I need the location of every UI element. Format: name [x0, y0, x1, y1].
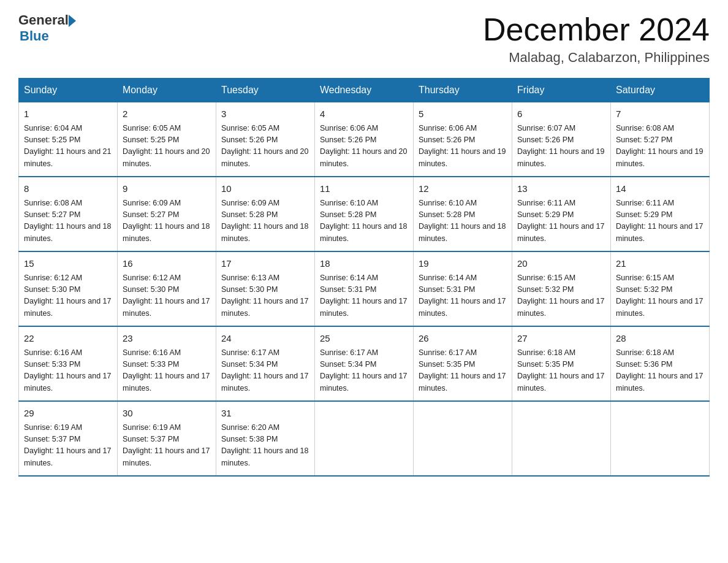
- calendar-cell: [315, 401, 414, 476]
- calendar-cell: 8Sunrise: 6:08 AMSunset: 5:27 PMDaylight…: [19, 177, 118, 251]
- day-info: Sunrise: 6:14 AMSunset: 5:31 PMDaylight:…: [419, 272, 507, 320]
- calendar-cell: 27Sunrise: 6:18 AMSunset: 5:35 PMDayligh…: [512, 326, 611, 401]
- day-number: 10: [221, 182, 309, 196]
- day-number: 5: [419, 107, 507, 121]
- day-info: Sunrise: 6:05 AMSunset: 5:26 PMDaylight:…: [221, 123, 309, 170]
- location-subtitle: Malabag, Calabarzon, Philippines: [483, 50, 710, 66]
- calendar-cell: 16Sunrise: 6:12 AMSunset: 5:30 PMDayligh…: [118, 251, 216, 326]
- day-number: 22: [24, 332, 112, 346]
- calendar-cell: 12Sunrise: 6:10 AMSunset: 5:28 PMDayligh…: [414, 177, 512, 251]
- day-info: Sunrise: 6:09 AMSunset: 5:28 PMDaylight:…: [221, 197, 309, 245]
- day-info: Sunrise: 6:18 AMSunset: 5:36 PMDaylight:…: [616, 347, 704, 395]
- day-info: Sunrise: 6:05 AMSunset: 5:25 PMDaylight:…: [123, 123, 211, 170]
- calendar-cell: 19Sunrise: 6:14 AMSunset: 5:31 PMDayligh…: [414, 251, 512, 326]
- logo-general-text: General: [18, 12, 69, 28]
- calendar-cell: 14Sunrise: 6:11 AMSunset: 5:29 PMDayligh…: [611, 177, 710, 251]
- calendar-cell: 17Sunrise: 6:13 AMSunset: 5:30 PMDayligh…: [216, 251, 315, 326]
- calendar-cell: 4Sunrise: 6:06 AMSunset: 5:26 PMDaylight…: [315, 102, 414, 177]
- day-info: Sunrise: 6:09 AMSunset: 5:27 PMDaylight:…: [123, 197, 211, 245]
- calendar-cell: 31Sunrise: 6:20 AMSunset: 5:38 PMDayligh…: [216, 401, 315, 476]
- day-number: 12: [419, 182, 507, 196]
- day-number: 31: [221, 407, 309, 421]
- day-info: Sunrise: 6:14 AMSunset: 5:31 PMDaylight:…: [320, 272, 408, 320]
- day-info: Sunrise: 6:19 AMSunset: 5:37 PMDaylight:…: [123, 422, 211, 470]
- day-number: 23: [123, 332, 211, 346]
- day-number: 24: [221, 332, 309, 346]
- calendar-cell: [512, 401, 611, 476]
- calendar-cell: 30Sunrise: 6:19 AMSunset: 5:37 PMDayligh…: [118, 401, 216, 476]
- day-number: 30: [123, 407, 211, 421]
- day-number: 17: [221, 257, 309, 271]
- calendar-cell: 15Sunrise: 6:12 AMSunset: 5:30 PMDayligh…: [19, 251, 118, 326]
- calendar-week-row: 8Sunrise: 6:08 AMSunset: 5:27 PMDaylight…: [19, 177, 710, 251]
- page-header: General Blue December 2024 Malabag, Cala…: [18, 12, 710, 66]
- logo-blue-text: Blue: [20, 28, 49, 44]
- header-day-sunday: Sunday: [19, 79, 118, 102]
- header-day-wednesday: Wednesday: [315, 79, 414, 102]
- day-info: Sunrise: 6:11 AMSunset: 5:29 PMDaylight:…: [616, 197, 704, 245]
- calendar-cell: 6Sunrise: 6:07 AMSunset: 5:26 PMDaylight…: [512, 102, 611, 177]
- header-day-monday: Monday: [118, 79, 216, 102]
- calendar-week-row: 22Sunrise: 6:16 AMSunset: 5:33 PMDayligh…: [19, 326, 710, 401]
- calendar-week-row: 1Sunrise: 6:04 AMSunset: 5:25 PMDaylight…: [19, 102, 710, 177]
- calendar-cell: [611, 401, 710, 476]
- day-info: Sunrise: 6:17 AMSunset: 5:34 PMDaylight:…: [320, 347, 408, 395]
- day-info: Sunrise: 6:16 AMSunset: 5:33 PMDaylight:…: [123, 347, 211, 395]
- calendar-cell: 3Sunrise: 6:05 AMSunset: 5:26 PMDaylight…: [216, 102, 315, 177]
- calendar-cell: 13Sunrise: 6:11 AMSunset: 5:29 PMDayligh…: [512, 177, 611, 251]
- day-info: Sunrise: 6:06 AMSunset: 5:26 PMDaylight:…: [320, 123, 408, 170]
- day-info: Sunrise: 6:11 AMSunset: 5:29 PMDaylight:…: [517, 197, 605, 245]
- header-day-thursday: Thursday: [414, 79, 512, 102]
- logo: General Blue: [18, 12, 76, 44]
- day-info: Sunrise: 6:16 AMSunset: 5:33 PMDaylight:…: [24, 347, 112, 395]
- calendar-cell: 7Sunrise: 6:08 AMSunset: 5:27 PMDaylight…: [611, 102, 710, 177]
- header-day-friday: Friday: [512, 79, 611, 102]
- day-number: 2: [123, 107, 211, 121]
- day-number: 19: [419, 257, 507, 271]
- day-number: 25: [320, 332, 408, 346]
- day-info: Sunrise: 6:13 AMSunset: 5:30 PMDaylight:…: [221, 272, 309, 320]
- calendar-cell: 1Sunrise: 6:04 AMSunset: 5:25 PMDaylight…: [19, 102, 118, 177]
- day-number: 28: [616, 332, 704, 346]
- calendar-cell: 21Sunrise: 6:15 AMSunset: 5:32 PMDayligh…: [611, 251, 710, 326]
- day-number: 18: [320, 257, 408, 271]
- day-info: Sunrise: 6:04 AMSunset: 5:25 PMDaylight:…: [24, 123, 112, 170]
- day-number: 3: [221, 107, 309, 121]
- calendar-cell: 10Sunrise: 6:09 AMSunset: 5:28 PMDayligh…: [216, 177, 315, 251]
- day-info: Sunrise: 6:12 AMSunset: 5:30 PMDaylight:…: [123, 272, 211, 320]
- day-number: 26: [419, 332, 507, 346]
- day-info: Sunrise: 6:10 AMSunset: 5:28 PMDaylight:…: [419, 197, 507, 245]
- day-info: Sunrise: 6:20 AMSunset: 5:38 PMDaylight:…: [221, 422, 309, 470]
- header-day-saturday: Saturday: [611, 79, 710, 102]
- day-number: 8: [24, 182, 112, 196]
- logo-arrow-icon: [69, 15, 76, 27]
- calendar-header-row: SundayMondayTuesdayWednesdayThursdayFrid…: [19, 79, 710, 102]
- header-day-tuesday: Tuesday: [216, 79, 315, 102]
- day-info: Sunrise: 6:08 AMSunset: 5:27 PMDaylight:…: [616, 123, 704, 170]
- month-title: December 2024: [483, 12, 710, 47]
- day-number: 11: [320, 182, 408, 196]
- day-number: 7: [616, 107, 704, 121]
- calendar-cell: 25Sunrise: 6:17 AMSunset: 5:34 PMDayligh…: [315, 326, 414, 401]
- day-number: 21: [616, 257, 704, 271]
- day-info: Sunrise: 6:19 AMSunset: 5:37 PMDaylight:…: [24, 422, 112, 470]
- calendar-cell: 11Sunrise: 6:10 AMSunset: 5:28 PMDayligh…: [315, 177, 414, 251]
- day-info: Sunrise: 6:15 AMSunset: 5:32 PMDaylight:…: [517, 272, 605, 320]
- header-right: December 2024 Malabag, Calabarzon, Phili…: [483, 12, 710, 66]
- calendar-cell: 29Sunrise: 6:19 AMSunset: 5:37 PMDayligh…: [19, 401, 118, 476]
- day-number: 20: [517, 257, 605, 271]
- calendar-cell: 28Sunrise: 6:18 AMSunset: 5:36 PMDayligh…: [611, 326, 710, 401]
- calendar-cell: 5Sunrise: 6:06 AMSunset: 5:26 PMDaylight…: [414, 102, 512, 177]
- day-number: 27: [517, 332, 605, 346]
- calendar-cell: 23Sunrise: 6:16 AMSunset: 5:33 PMDayligh…: [118, 326, 216, 401]
- day-number: 9: [123, 182, 211, 196]
- day-number: 29: [24, 407, 112, 421]
- day-info: Sunrise: 6:15 AMSunset: 5:32 PMDaylight:…: [616, 272, 704, 320]
- day-number: 14: [616, 182, 704, 196]
- day-number: 16: [123, 257, 211, 271]
- calendar-cell: 20Sunrise: 6:15 AMSunset: 5:32 PMDayligh…: [512, 251, 611, 326]
- calendar-week-row: 15Sunrise: 6:12 AMSunset: 5:30 PMDayligh…: [19, 251, 710, 326]
- day-info: Sunrise: 6:10 AMSunset: 5:28 PMDaylight:…: [320, 197, 408, 245]
- day-info: Sunrise: 6:07 AMSunset: 5:26 PMDaylight:…: [517, 123, 605, 170]
- calendar-cell: [414, 401, 512, 476]
